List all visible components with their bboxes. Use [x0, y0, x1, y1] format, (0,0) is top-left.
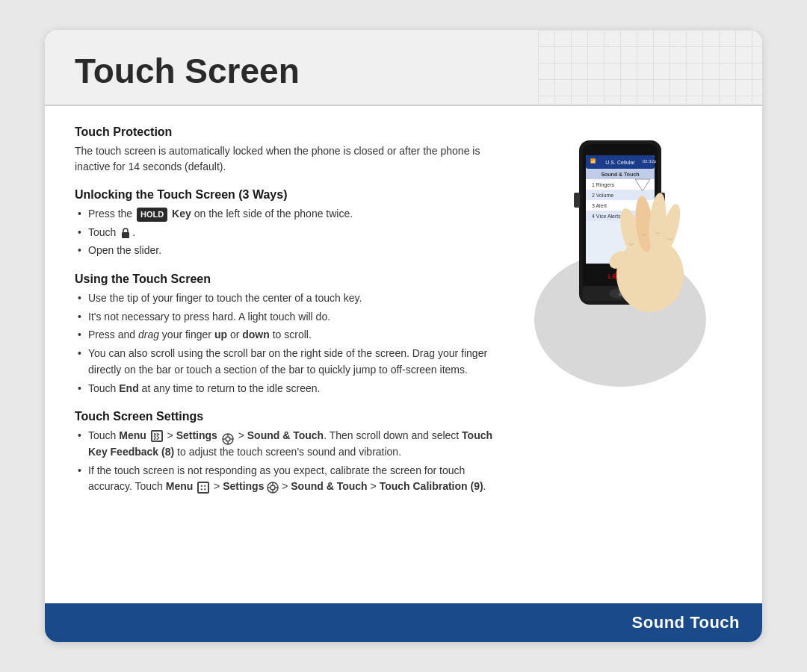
svg-point-6 [226, 437, 230, 441]
list-item: Touch Menu > Settings [75, 428, 493, 460]
svg-point-16 [270, 485, 275, 490]
svg-point-2 [158, 434, 159, 435]
section-touch-protection: Touch Protection The touch screen is aut… [75, 125, 493, 175]
svg-point-13 [201, 488, 202, 490]
svg-point-14 [204, 488, 205, 490]
svg-point-4 [158, 438, 159, 439]
menu-icon [151, 430, 163, 442]
hold-badge: HOLD [137, 208, 167, 222]
page-title: Touch Screen [75, 51, 732, 91]
section-title-using: Using the Touch Screen [75, 273, 493, 286]
section-settings: Touch Screen Settings Touch Menu [75, 410, 493, 495]
phone-illustration-column: U.S. Cellular 📶 02:32p Sound & Touch 1 R… [508, 125, 732, 508]
svg-rect-50 [574, 193, 580, 208]
text-column: Touch Protection The touch screen is aut… [75, 125, 508, 508]
using-list: Use the tip of your finger to touch the … [75, 290, 493, 396]
header: Touch Screen [45, 30, 762, 106]
phone-wrapper: U.S. Cellular 📶 02:32p Sound & Touch 1 R… [523, 133, 717, 372]
svg-point-3 [154, 438, 155, 439]
sound-touch-label: Sound Touch [632, 613, 740, 632]
list-item: Use the tip of your finger to touch the … [75, 290, 493, 307]
list-item: Press and drag your finger up or down to… [75, 327, 493, 343]
section-using: Using the Touch Screen Use the tip of yo… [75, 273, 493, 396]
settings-list: Touch Menu > Settings [75, 428, 493, 495]
page: Touch Screen Touch Protection The touch … [45, 30, 762, 642]
list-item: Press the HOLD Key on the left side of t… [75, 206, 493, 223]
section-title-unlocking: Unlocking the Touch Screen (3 Ways) [75, 188, 493, 202]
main-content: Touch Protection The touch screen is aut… [45, 106, 762, 528]
list-item: If the touch screen is not responding as… [75, 463, 493, 495]
hand-svg [598, 163, 702, 312]
list-item: It's not necessary to press hard. A ligh… [75, 309, 493, 326]
list-item: Open the slider. [75, 243, 493, 259]
svg-point-1 [154, 434, 155, 435]
bottom-bar: Sound Touch [45, 603, 762, 642]
list-item: Touch End at any time to return to the i… [75, 381, 493, 397]
settings-icon [222, 430, 234, 442]
svg-point-12 [204, 485, 205, 486]
svg-rect-0 [122, 232, 129, 238]
lock-icon [120, 227, 131, 239]
list-item: You can also scroll using the scroll bar… [75, 346, 493, 378]
list-item: Touch . [75, 225, 493, 241]
settings-icon-2 [267, 480, 282, 492]
svg-text:📶: 📶 [590, 158, 596, 164]
section-title-touch-protection: Touch Protection [75, 125, 493, 139]
section-title-settings: Touch Screen Settings [75, 410, 493, 423]
touch-protection-body: The touch screen is automatically locked… [75, 143, 493, 175]
section-unlocking: Unlocking the Touch Screen (3 Ways) Pres… [75, 188, 493, 259]
menu-icon-2 [197, 482, 209, 494]
unlocking-list: Press the HOLD Key on the left side of t… [75, 206, 493, 259]
svg-point-11 [201, 485, 202, 486]
